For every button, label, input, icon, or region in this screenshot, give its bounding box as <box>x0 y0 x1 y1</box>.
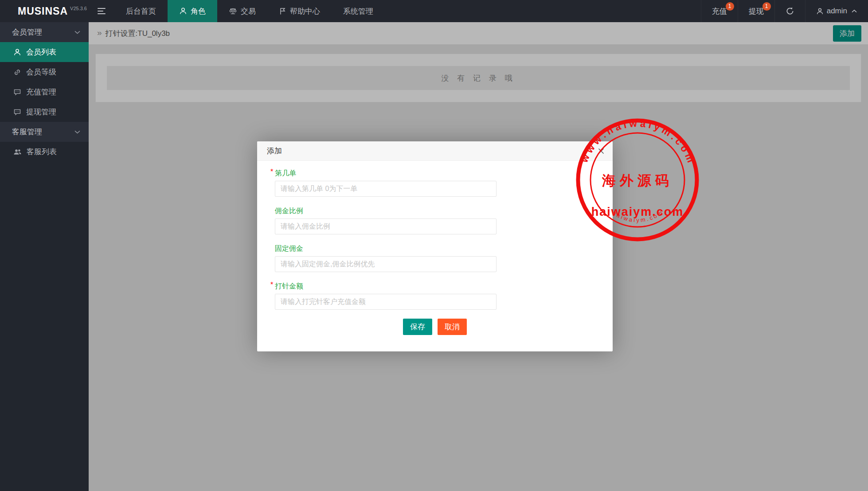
flag-icon <box>279 7 286 15</box>
dialog-body: * 第几单 佣金比例 固定佣金 * 打针金额 保存 取消 <box>257 161 613 348</box>
nav-label: 角色 <box>191 6 206 16</box>
recharge-badge: 1 <box>726 2 734 11</box>
sidebar-item-member-level[interactable]: 会员等级 <box>0 62 89 82</box>
required-asterisk: * <box>270 281 273 289</box>
person-icon <box>13 48 21 56</box>
field-fixed-commission: 固定佣金 <box>275 244 595 272</box>
person-icon <box>816 8 824 15</box>
nav-label: 帮助中心 <box>290 6 320 16</box>
topbar-right: 充值 1 提现 1 admin <box>701 0 868 22</box>
dialog-title: 添加 <box>267 146 282 156</box>
field-label: 固定佣金 <box>275 244 303 253</box>
save-button[interactable]: 保存 <box>403 319 432 335</box>
nav-item-roles[interactable]: 角色 <box>168 0 217 22</box>
field-injection-amount: * 打针金额 <box>275 282 595 310</box>
group-label: 会员管理 <box>12 27 42 37</box>
add-dialog: 添加 * 第几单 佣金比例 固定佣金 * 打针金额 <box>257 141 613 351</box>
nav-item-help-center[interactable]: 帮助中心 <box>267 0 332 22</box>
top-navigation: 后台首页 角色 交易 帮助中心 系统管理 <box>114 0 385 22</box>
person-icon <box>179 7 187 15</box>
topbar: MUSINSA V25.3.6 后台首页 角色 交易 帮助中心 系统管 <box>0 0 868 22</box>
withdraw-badge: 1 <box>762 2 771 11</box>
recharge-notice-button[interactable]: 充值 1 <box>701 0 738 22</box>
chevron-down-icon <box>74 130 81 134</box>
sidebar: 会员管理 会员列表 会员等级 充值管理 提现管理 客服管理 <box>0 22 89 491</box>
dialog-buttons: 保存 取消 <box>275 319 595 335</box>
required-asterisk: * <box>270 168 273 176</box>
item-label: 充值管理 <box>26 87 56 97</box>
recharge-label: 充值 <box>712 6 727 16</box>
nav-label: 后台首页 <box>126 6 156 16</box>
nav-label: 交易 <box>241 6 256 16</box>
app-logo: MUSINSA <box>18 5 68 17</box>
dialog-header: 添加 <box>257 141 613 161</box>
withdraw-notice-button[interactable]: 提现 1 <box>738 0 774 22</box>
cancel-button[interactable]: 取消 <box>438 319 467 335</box>
order-number-input[interactable] <box>275 181 497 197</box>
link-icon <box>13 68 21 76</box>
sidebar-group-service-management[interactable]: 客服管理 <box>0 122 89 142</box>
group-label: 客服管理 <box>12 127 42 137</box>
field-order-number: * 第几单 <box>275 169 595 197</box>
nav-label: 系统管理 <box>343 6 373 16</box>
username: admin <box>827 7 847 16</box>
nav-item-dashboard[interactable]: 后台首页 <box>114 0 168 22</box>
close-icon[interactable] <box>598 148 605 155</box>
nav-item-trade[interactable]: 交易 <box>217 0 267 22</box>
injection-amount-input[interactable] <box>275 294 497 310</box>
scales-icon <box>229 7 237 15</box>
app-version: V25.3.6 <box>70 6 87 11</box>
comment-icon <box>13 88 21 96</box>
field-commission-rate: 佣金比例 <box>275 207 595 234</box>
sidebar-group-member-management[interactable]: 会员管理 <box>0 22 89 42</box>
sidebar-item-member-list[interactable]: 会员列表 <box>0 42 89 62</box>
item-label: 会员等级 <box>26 67 56 77</box>
item-label: 提现管理 <box>26 107 56 117</box>
field-label: 打针金额 <box>275 282 303 291</box>
field-label: 第几单 <box>275 169 296 178</box>
field-label: 佣金比例 <box>275 207 303 216</box>
sidebar-item-recharge-management[interactable]: 充值管理 <box>0 82 89 102</box>
sidebar-item-withdraw-management[interactable]: 提现管理 <box>0 102 89 122</box>
logo-area: MUSINSA V25.3.6 <box>0 0 89 22</box>
item-label: 会员列表 <box>26 47 56 57</box>
commission-rate-input[interactable] <box>275 218 497 234</box>
nav-item-system[interactable]: 系统管理 <box>332 0 385 22</box>
item-label: 客服列表 <box>27 147 57 157</box>
users-icon <box>13 148 22 156</box>
chevron-up-icon <box>851 9 857 13</box>
hamburger-icon <box>98 8 106 14</box>
comment-icon <box>13 108 21 116</box>
fixed-commission-input[interactable] <box>275 256 497 272</box>
chevron-down-icon <box>74 30 81 35</box>
refresh-icon <box>786 7 794 16</box>
withdraw-label: 提现 <box>749 6 764 16</box>
refresh-button[interactable] <box>774 0 805 22</box>
menu-toggle-button[interactable] <box>89 0 114 22</box>
user-menu[interactable]: admin <box>805 0 868 22</box>
sidebar-item-service-list[interactable]: 客服列表 <box>0 142 89 162</box>
